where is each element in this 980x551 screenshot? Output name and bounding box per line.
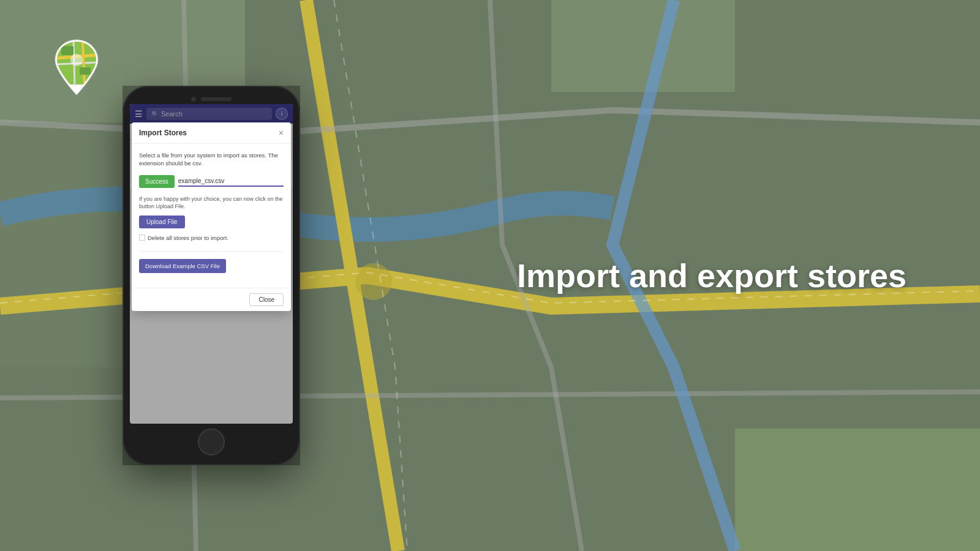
import-stores-modal: Import Stores × Select a file from your … (132, 122, 291, 311)
modal-overlay: Import Stores × Select a file from your … (130, 104, 293, 424)
modal-title: Import Stores (139, 129, 187, 137)
hero-text-content: Import and export stores (517, 257, 907, 294)
svg-rect-7 (61, 46, 74, 55)
hero-text: Import and export stores (517, 256, 907, 296)
phone-mockup: ☰ 🔍 Search i 📍 Store Locator & Map ... (123, 86, 300, 465)
delete-label: Delete all stores prior to import. (148, 234, 228, 241)
success-button[interactable]: Success (139, 175, 175, 188)
modal-footer: Close (132, 288, 291, 311)
app-logo (49, 37, 104, 92)
divider (139, 251, 284, 252)
file-input[interactable] (178, 176, 284, 187)
svg-rect-4 (551, 0, 735, 92)
modal-close-button[interactable]: × (279, 129, 284, 137)
svg-point-9 (70, 54, 83, 66)
upload-file-button[interactable]: Upload File (139, 216, 185, 228)
svg-point-5 (355, 263, 392, 300)
upload-note: If you are happy with your choice, you c… (139, 195, 284, 211)
phone-body: ☰ 🔍 Search i 📍 Store Locator & Map ... (123, 86, 300, 465)
modal-header: Import Stores × (132, 122, 291, 144)
download-csv-button[interactable]: Download Example CSV File (139, 259, 226, 273)
svg-rect-8 (80, 67, 91, 75)
phone-screen: ☰ 🔍 Search i 📍 Store Locator & Map ... (130, 104, 293, 424)
file-row: Success (139, 175, 284, 188)
svg-rect-3 (735, 429, 980, 551)
close-button[interactable]: Close (249, 293, 284, 306)
delete-stores-checkbox[interactable] (139, 234, 145, 241)
delete-checkbox-row: Delete all stores prior to import. (139, 234, 284, 241)
modal-body: Select a file from your system to import… (132, 144, 291, 288)
modal-description: Select a file from your system to import… (139, 151, 284, 168)
